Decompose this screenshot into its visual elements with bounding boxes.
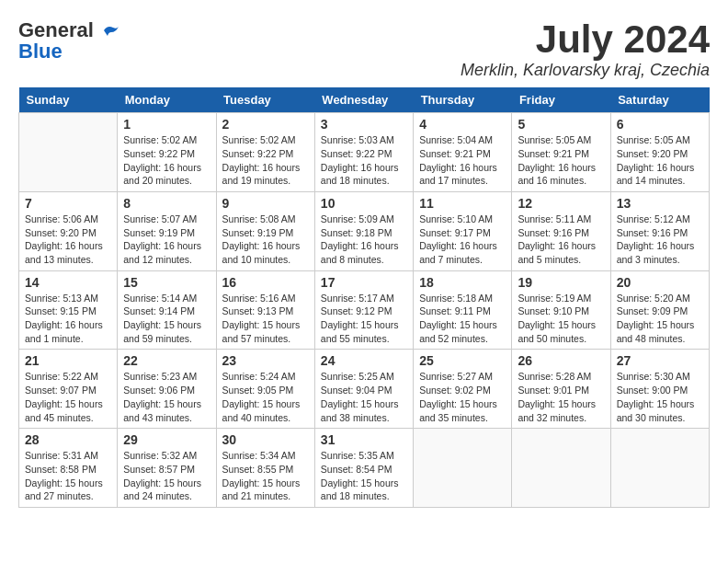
sunrise-text: Sunrise: 5:27 AM <box>419 370 506 384</box>
calendar-cell <box>414 429 512 508</box>
sunset-text: Sunset: 8:57 PM <box>123 463 210 477</box>
daylight-text: Daylight: 15 hours and 35 minutes. <box>419 397 506 424</box>
day-info: Sunrise: 5:19 AMSunset: 9:10 PMDaylight:… <box>518 292 604 346</box>
sunrise-text: Sunrise: 5:24 AM <box>222 370 309 384</box>
title-section: July 2024 Merklin, Karlovarsky kraj, Cze… <box>461 18 710 80</box>
calendar-cell: 3Sunrise: 5:03 AMSunset: 9:22 PMDaylight… <box>314 113 413 192</box>
sunset-text: Sunset: 9:16 PM <box>518 226 604 240</box>
sunset-text: Sunset: 9:11 PM <box>419 304 506 318</box>
daylight-text: Daylight: 16 hours and 19 minutes. <box>222 161 309 188</box>
sunset-text: Sunset: 9:21 PM <box>518 147 604 161</box>
day-info: Sunrise: 5:03 AMSunset: 9:22 PMDaylight:… <box>321 133 407 188</box>
logo-general: General <box>18 18 94 41</box>
daylight-text: Daylight: 16 hours and 20 minutes. <box>123 161 210 188</box>
sunrise-text: Sunrise: 5:14 AM <box>123 292 210 305</box>
day-info: Sunrise: 5:25 AMSunset: 9:04 PMDaylight:… <box>321 370 407 424</box>
daylight-text: Daylight: 16 hours and 14 minutes. <box>617 161 703 188</box>
calendar-cell: 16Sunrise: 5:16 AMSunset: 9:13 PMDayligh… <box>216 270 314 350</box>
calendar-cell: 4Sunrise: 5:04 AMSunset: 9:21 PMDaylight… <box>414 113 512 192</box>
day-number: 23 <box>222 353 309 368</box>
sunrise-text: Sunrise: 5:28 AM <box>518 370 604 384</box>
weekday-header-friday: Friday <box>512 87 610 113</box>
calendar-cell: 24Sunrise: 5:25 AMSunset: 9:04 PMDayligh… <box>314 350 413 429</box>
daylight-text: Daylight: 15 hours and 43 minutes. <box>123 397 210 424</box>
month-year-title: July 2024 <box>461 18 710 61</box>
sunrise-text: Sunrise: 5:04 AM <box>419 133 506 147</box>
sunset-text: Sunset: 9:18 PM <box>321 226 407 240</box>
sunrise-text: Sunrise: 5:02 AM <box>123 133 210 147</box>
sunrise-text: Sunrise: 5:05 AM <box>617 133 703 147</box>
calendar-cell <box>610 429 709 508</box>
daylight-text: Daylight: 16 hours and 18 minutes. <box>321 161 407 188</box>
sunset-text: Sunset: 9:22 PM <box>222 147 309 161</box>
calendar-cell: 10Sunrise: 5:09 AMSunset: 9:18 PMDayligh… <box>314 191 413 270</box>
weekday-header-thursday: Thursday <box>414 87 512 113</box>
sunrise-text: Sunrise: 5:02 AM <box>222 133 309 147</box>
day-info: Sunrise: 5:16 AMSunset: 9:13 PMDaylight:… <box>222 292 309 346</box>
sunrise-text: Sunrise: 5:08 AM <box>222 213 309 226</box>
daylight-text: Daylight: 16 hours and 7 minutes. <box>419 239 506 266</box>
calendar-cell: 14Sunrise: 5:13 AMSunset: 9:15 PMDayligh… <box>19 270 118 350</box>
daylight-text: Daylight: 15 hours and 55 minutes. <box>321 318 407 345</box>
day-number: 6 <box>617 117 703 132</box>
daylight-text: Daylight: 15 hours and 32 minutes. <box>518 397 604 424</box>
day-number: 7 <box>25 196 111 211</box>
day-info: Sunrise: 5:23 AMSunset: 9:06 PMDaylight:… <box>123 370 210 424</box>
daylight-text: Daylight: 15 hours and 45 minutes. <box>25 397 111 424</box>
sunset-text: Sunset: 9:15 PM <box>25 304 111 318</box>
sunset-text: Sunset: 9:14 PM <box>123 304 210 318</box>
day-info: Sunrise: 5:04 AMSunset: 9:21 PMDaylight:… <box>419 133 506 188</box>
day-info: Sunrise: 5:11 AMSunset: 9:16 PMDaylight:… <box>518 213 604 267</box>
sunset-text: Sunset: 9:09 PM <box>617 304 703 318</box>
day-number: 20 <box>617 275 703 290</box>
daylight-text: Daylight: 16 hours and 16 minutes. <box>518 161 604 188</box>
sunset-text: Sunset: 9:04 PM <box>321 384 407 397</box>
sunrise-text: Sunrise: 5:07 AM <box>123 213 210 226</box>
day-info: Sunrise: 5:02 AMSunset: 9:22 PMDaylight:… <box>222 133 309 188</box>
sunset-text: Sunset: 8:54 PM <box>321 463 407 477</box>
day-number: 14 <box>25 275 111 290</box>
day-info: Sunrise: 5:27 AMSunset: 9:02 PMDaylight:… <box>419 370 506 424</box>
day-number: 1 <box>123 117 210 132</box>
day-info: Sunrise: 5:20 AMSunset: 9:09 PMDaylight:… <box>617 292 703 346</box>
sunrise-text: Sunrise: 5:12 AM <box>617 213 703 226</box>
page-container: General Blue July 2024 Merklin, Karlovar… <box>18 18 710 508</box>
daylight-text: Daylight: 16 hours and 8 minutes. <box>321 239 407 266</box>
day-number: 31 <box>321 432 407 447</box>
sunset-text: Sunset: 9:00 PM <box>617 384 703 397</box>
daylight-text: Daylight: 15 hours and 48 minutes. <box>617 318 703 345</box>
day-number: 30 <box>222 432 309 447</box>
day-number: 21 <box>25 353 111 368</box>
day-number: 5 <box>518 117 604 132</box>
calendar-cell: 1Sunrise: 5:02 AMSunset: 9:22 PMDaylight… <box>118 113 216 192</box>
daylight-text: Daylight: 15 hours and 27 minutes. <box>25 477 111 503</box>
daylight-text: Daylight: 15 hours and 57 minutes. <box>222 318 309 345</box>
calendar-cell: 21Sunrise: 5:22 AMSunset: 9:07 PMDayligh… <box>19 350 118 429</box>
day-info: Sunrise: 5:32 AMSunset: 8:57 PMDaylight:… <box>123 449 210 503</box>
sunrise-text: Sunrise: 5:22 AM <box>25 370 111 384</box>
day-number: 29 <box>123 432 210 447</box>
sunset-text: Sunset: 8:55 PM <box>222 463 309 477</box>
sunrise-text: Sunrise: 5:16 AM <box>222 292 309 305</box>
day-info: Sunrise: 5:30 AMSunset: 9:00 PMDaylight:… <box>617 370 703 424</box>
daylight-text: Daylight: 16 hours and 3 minutes. <box>617 239 703 266</box>
sunrise-text: Sunrise: 5:09 AM <box>321 213 407 226</box>
day-info: Sunrise: 5:12 AMSunset: 9:16 PMDaylight:… <box>617 213 703 267</box>
calendar-week-row: 7Sunrise: 5:06 AMSunset: 9:20 PMDaylight… <box>19 191 710 270</box>
sunrise-text: Sunrise: 5:23 AM <box>123 370 210 384</box>
calendar-cell: 31Sunrise: 5:35 AMSunset: 8:54 PMDayligh… <box>314 429 413 508</box>
sunset-text: Sunset: 9:12 PM <box>321 304 407 318</box>
day-info: Sunrise: 5:34 AMSunset: 8:55 PMDaylight:… <box>222 449 309 503</box>
calendar-cell <box>19 113 118 192</box>
sunset-text: Sunset: 9:22 PM <box>123 147 210 161</box>
daylight-text: Daylight: 16 hours and 1 minute. <box>25 318 111 345</box>
sunrise-text: Sunrise: 5:32 AM <box>123 449 210 463</box>
sunrise-text: Sunrise: 5:30 AM <box>617 370 703 384</box>
sunrise-text: Sunrise: 5:25 AM <box>321 370 407 384</box>
calendar-cell: 15Sunrise: 5:14 AMSunset: 9:14 PMDayligh… <box>118 270 216 350</box>
sunset-text: Sunset: 9:20 PM <box>25 226 111 240</box>
day-info: Sunrise: 5:05 AMSunset: 9:21 PMDaylight:… <box>518 133 604 188</box>
sunrise-text: Sunrise: 5:03 AM <box>321 133 407 147</box>
daylight-text: Daylight: 16 hours and 12 minutes. <box>123 239 210 266</box>
calendar-cell: 8Sunrise: 5:07 AMSunset: 9:19 PMDaylight… <box>118 191 216 270</box>
